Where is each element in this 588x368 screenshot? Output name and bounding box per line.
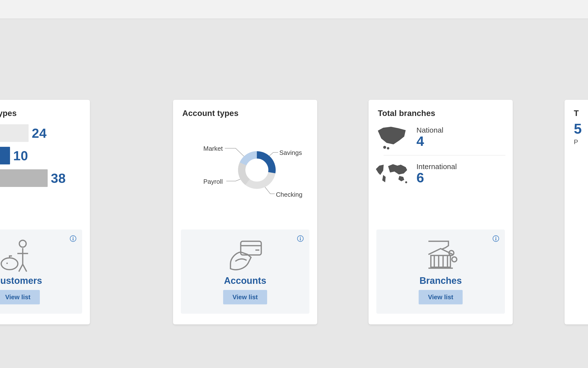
- map-national-icon: [375, 123, 409, 151]
- bar-value: 38: [51, 171, 66, 186]
- card-customers: Customer types 24 10 38: [0, 100, 90, 324]
- view-list-button-branches[interactable]: View list: [419, 290, 463, 304]
- card-title-accounts: Account types: [173, 100, 317, 120]
- card-title-branches: Total branches: [369, 100, 513, 120]
- clipped-sub-label: P: [565, 137, 588, 147]
- bar-row: 24: [0, 124, 90, 143]
- footer-title: Customers: [0, 276, 42, 286]
- card-title-clipped: T: [565, 100, 588, 120]
- bar-value: 24: [32, 126, 47, 141]
- svg-point-13: [383, 146, 386, 149]
- info-icon[interactable]: [297, 235, 304, 242]
- donut-label-savings: Savings: [279, 149, 302, 157]
- branch-row-international: International 6: [369, 157, 513, 190]
- donut: [236, 149, 278, 191]
- card-footer-customers: Customers View list: [0, 230, 82, 314]
- bar: [0, 169, 48, 187]
- donut-label-payroll: Payroll: [203, 178, 223, 185]
- footer-title: Branches: [419, 276, 462, 286]
- svg-rect-18: [495, 238, 496, 241]
- svg-point-8: [300, 237, 301, 238]
- footer-title: Accounts: [224, 276, 266, 286]
- svg-point-20: [452, 257, 457, 262]
- svg-point-5: [6, 263, 8, 264]
- bar: [0, 147, 10, 164]
- national-value: 4: [416, 134, 443, 148]
- clipped-big-value: 5: [565, 120, 588, 137]
- donut-label-checking: Checking: [276, 191, 302, 198]
- info-icon[interactable]: [69, 235, 77, 242]
- international-label: International: [416, 162, 457, 171]
- bar-value: 10: [13, 148, 28, 163]
- svg-rect-9: [300, 238, 301, 241]
- dashboard-stage: Customer types 24 10 38: [0, 19, 588, 368]
- account-types-donut-chart: Market Savings Payroll Checking: [173, 120, 317, 226]
- card-clipped-right: T 5 P: [565, 100, 588, 324]
- view-list-button-customers[interactable]: View list: [0, 290, 40, 304]
- svg-point-3: [19, 240, 26, 247]
- bar: [0, 124, 29, 142]
- international-value: 6: [416, 171, 457, 184]
- donut-label-market: Market: [203, 145, 223, 152]
- card-footer-branches: Branches View list: [376, 230, 505, 314]
- card-branches: Total branches National 4: [369, 100, 513, 324]
- branch-row-national: National 4: [369, 120, 513, 154]
- customers-icon: [0, 235, 37, 274]
- customer-types-bar-chart: 24 10 38: [0, 120, 90, 188]
- bar-row: 38: [0, 169, 90, 188]
- svg-point-15: [405, 181, 407, 183]
- accounts-icon: [226, 235, 265, 274]
- card-accounts: Account types: [173, 100, 317, 324]
- top-bar: [0, 0, 588, 19]
- svg-rect-2: [73, 238, 73, 241]
- map-international-icon: [375, 160, 409, 187]
- svg-point-17: [495, 237, 496, 238]
- national-label: National: [416, 126, 443, 134]
- svg-point-4: [1, 258, 18, 270]
- card-title-customers: Customer types: [0, 100, 90, 120]
- view-list-button-accounts[interactable]: View list: [223, 290, 267, 304]
- svg-point-1: [73, 237, 74, 238]
- divider: [384, 155, 505, 155]
- card-footer-accounts: Accounts View list: [181, 230, 309, 314]
- branches-icon: [421, 235, 460, 274]
- info-icon[interactable]: [492, 235, 500, 242]
- bar-row: 10: [0, 147, 90, 166]
- svg-point-14: [387, 147, 389, 150]
